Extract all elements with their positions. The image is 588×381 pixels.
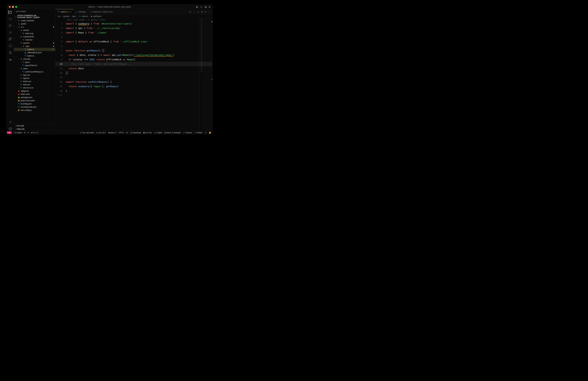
go-back-icon[interactable]: ◯ <box>189 11 191 13</box>
blame-indicator[interactable]: ◇You, last week <box>80 132 94 134</box>
file-offlinemock[interactable]: {}offlineMock.json <box>14 51 55 54</box>
minimize-window-button[interactable] <box>12 6 14 8</box>
breadcrumbs[interactable]: src› queries› repo› TS index.ts› ◉ getRe… <box>55 15 212 18</box>
prettier-button[interactable]: ✓Prettier <box>194 132 202 134</box>
editor[interactable]: You, last week | 1 author (You) 1import … <box>55 18 212 131</box>
line-11[interactable]: 11 return data <box>55 66 212 71</box>
layout-grid-icon[interactable]: ⊞ <box>209 6 210 8</box>
remote-button[interactable]: ⚡ <box>7 132 12 134</box>
file-main-tsx[interactable]: ⚛main.tsx <box>14 83 55 86</box>
sidebar-more-icon[interactable]: ⋯ <box>52 11 54 13</box>
file-vite-config[interactable]: ⚡vite.config.ts <box>14 109 55 112</box>
file-index-html[interactable]: ◉index.html <box>14 93 55 96</box>
file-package-json[interactable]: ▣package.json <box>14 96 55 99</box>
docker-icon[interactable] <box>8 57 12 61</box>
line-15[interactable]: 15 return useQuery(['repos'], getRepos) <box>55 84 212 89</box>
bc-src[interactable]: src <box>58 15 61 18</box>
maximize-window-button[interactable] <box>15 6 17 8</box>
line-12[interactable]: 12} <box>55 71 212 75</box>
indentation[interactable]: Spaces: 2 <box>108 132 116 134</box>
file-vite-env[interactable]: TSvite-env.d.ts <box>14 86 55 90</box>
graph-icon[interactable] <box>8 51 12 55</box>
eol[interactable]: LF <box>126 132 128 134</box>
panel-bottom-icon[interactable]: ▭ <box>200 6 202 8</box>
line-16[interactable]: 16} <box>55 89 212 93</box>
bc-repo[interactable]: repo <box>72 15 76 18</box>
line-4[interactable]: 4 <box>55 35 212 39</box>
bc-getrepos[interactable]: getRepos <box>93 15 102 18</box>
line-2[interactable]: 2import { api } from '../../services/api… <box>55 26 212 30</box>
line-7[interactable]: 7async function getRepos() { <box>55 48 212 53</box>
feedback-icon[interactable]: ☺ <box>205 132 207 134</box>
tab-extension[interactable]: ▢ Extension: Import Cost <box>88 9 115 14</box>
file-usefavoriterepos[interactable]: TSuseFavoriteRepos.ts <box>14 70 55 73</box>
folder-assets[interactable]: ⌄▾assets <box>14 29 55 32</box>
scrollbar[interactable] <box>201 18 202 131</box>
minimap[interactable] <box>203 18 212 131</box>
outline-section[interactable]: ›OUTLINE <box>14 124 55 128</box>
explorer-icon[interactable] <box>8 10 12 14</box>
branch-indicator[interactable]: ⎇master <box>14 132 22 134</box>
go-live-button[interactable]: ◉Go Live <box>143 132 152 134</box>
line-3[interactable]: 3import { Repo } from './types' <box>55 30 212 35</box>
encoding[interactable]: UTF-8 <box>119 132 124 134</box>
bell-icon[interactable]: 🔔 <box>209 132 211 134</box>
bc-index[interactable]: index.ts <box>82 15 88 18</box>
file-index-css[interactable]: ⚛index.css <box>14 80 55 83</box>
line-1[interactable]: 1import { useQuery } from '@tanstack/rea… <box>55 22 212 26</box>
file-index-ts[interactable]: TSindex.ts2 <box>14 48 55 51</box>
file-api-ts[interactable]: TSapi.ts <box>14 61 55 64</box>
search-icon[interactable] <box>8 17 12 21</box>
file-tsconfig-node[interactable]: TStsconfig.node.json <box>14 105 55 109</box>
spell-check[interactable]: ⚠2 Spell <box>154 132 162 134</box>
colorize-vars[interactable]: Colorize: 0 variables <box>164 132 181 134</box>
panel-right-icon[interactable]: ◨ <box>205 6 207 8</box>
line-5[interactable]: 5import { default as offlineMock } from … <box>55 39 212 44</box>
settings-icon[interactable] <box>8 127 12 131</box>
folder-src[interactable]: ⌄▾src <box>14 25 55 29</box>
git-graph-button[interactable]: ⚯ <box>27 132 29 134</box>
file-gitignore[interactable]: ◆.gitignore <box>14 90 55 93</box>
split-icon[interactable]: ◫ <box>205 11 207 13</box>
line-8[interactable]: 8 const { data, status } = await api.get… <box>55 53 212 57</box>
cursor-position[interactable]: Ln 10, Col 1 <box>96 132 106 134</box>
remote-explorer-icon[interactable] <box>8 44 12 48</box>
compare-icon[interactable]: ⧉ <box>201 11 203 13</box>
debug-icon[interactable] <box>8 31 12 34</box>
close-tab-icon[interactable]: × <box>71 11 72 13</box>
folder-components[interactable]: ⌄▾components <box>14 35 55 38</box>
file-types-ts[interactable]: TStypes.ts <box>14 54 55 57</box>
file-pnpm-lock[interactable]: ▣pnpm-lock.yaml <box>14 99 55 102</box>
line-17[interactable]: ✎17 <box>55 93 212 98</box>
go-forward-icon[interactable]: ◯ <box>193 11 196 13</box>
file-tsconfig[interactable]: TStsconfig.json <box>14 102 55 105</box>
project-section[interactable]: ⌄ STUDY-CODERSCLUB-ZUSTAND_REACT_QUERY <box>14 14 55 19</box>
line-6[interactable]: 6 <box>55 44 212 48</box>
folder-services[interactable]: ⌄▾services <box>14 57 55 61</box>
folder-repo[interactable]: ⌄▾repo <box>14 45 55 48</box>
language-mode[interactable]: {}TypeScript <box>130 132 141 134</box>
line-14[interactable]: 14export function useFetchRepos() { <box>55 80 212 84</box>
panel-left-icon[interactable]: ◧ <box>196 6 198 8</box>
folder-public[interactable]: ›▸public <box>14 22 55 25</box>
extensions-icon[interactable] <box>8 37 12 41</box>
file-queryclient-ts[interactable]: TSqueryClient.ts <box>14 64 55 67</box>
account-icon[interactable] <box>8 120 12 124</box>
folder-queries[interactable]: ⌄▾queries <box>14 42 55 45</box>
source-control-icon[interactable] <box>8 24 12 28</box>
folder-node-modules[interactable]: ›▸node_modules <box>14 19 55 22</box>
tab-settings[interactable]: ▢ Settings <box>74 9 88 14</box>
file-card-tsx[interactable]: ⚛Card.tsx <box>14 38 55 42</box>
file-app-tsx[interactable]: ⚛App.tsx <box>14 77 55 80</box>
timeline-section[interactable]: ›TIMELINE <box>14 128 55 131</box>
close-window-button[interactable] <box>9 6 11 8</box>
bc-queries[interactable]: queries <box>63 15 69 18</box>
line-10[interactable]: 10 You, last week • feat: add useFetchRe… <box>55 62 212 66</box>
more-icon[interactable]: ⋯ <box>208 11 210 13</box>
sync-button[interactable]: ⟳ <box>24 132 25 134</box>
colorize-button[interactable]: ✓Colorize <box>183 132 192 134</box>
tab-index-ts[interactable]: TS index.ts 2 × <box>55 9 74 14</box>
line-13[interactable]: 13 <box>55 75 212 80</box>
line-9[interactable]: 9 if (status !== 200) return offlineMock… <box>55 57 212 62</box>
file-react-svg[interactable]: ✳react.svg <box>14 32 55 35</box>
